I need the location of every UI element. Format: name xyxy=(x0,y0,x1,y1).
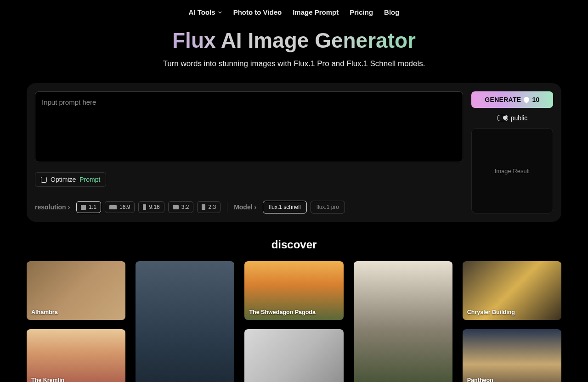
divider xyxy=(227,202,227,212)
chevron-right-icon: › xyxy=(68,203,70,211)
toggle-handle xyxy=(503,116,507,120)
gallery-item[interactable]: The Kremlin xyxy=(27,329,125,382)
model-btn-flux-1-schnell[interactable]: flux.1 schnell xyxy=(263,201,306,213)
gallery-caption: Pantheon xyxy=(467,377,493,382)
resolution-btn-1-1[interactable]: 1:1 xyxy=(76,201,101,213)
controls-row: resolution › 1:116:99:163:22:3 Model › f… xyxy=(35,201,463,213)
ratio-label: 9:16 xyxy=(149,204,159,210)
public-toggle-row: public xyxy=(471,114,553,122)
generator-right: GENERATE 10 public Image Result xyxy=(471,91,553,213)
gallery-image xyxy=(27,329,125,382)
top-nav: AI Tools Photo to Video Image Prompt Pri… xyxy=(0,0,588,24)
ratio-label: 2:3 xyxy=(208,204,216,210)
gallery-item[interactable]: Chrysler Building xyxy=(463,261,561,320)
gallery-col: Chrysler BuildingPantheon xyxy=(463,261,561,382)
resolution-label[interactable]: resolution › xyxy=(35,203,70,211)
prompt-input[interactable] xyxy=(42,98,456,155)
resolution-btn-3-2[interactable]: 3:2 xyxy=(168,201,194,213)
chevron-right-icon: › xyxy=(254,203,257,211)
model-label[interactable]: Model › xyxy=(234,203,256,211)
ratio-icon xyxy=(143,204,146,210)
public-toggle[interactable] xyxy=(497,115,508,121)
page-title: Flux AI Image Generator xyxy=(0,28,588,53)
ratio-label: 1:1 xyxy=(89,204,96,210)
discover-gallery: AlhambraThe Kremlin The Shwedagon Pagoda… xyxy=(27,261,561,382)
gallery-item[interactable]: Pantheon xyxy=(463,329,561,382)
nav-ai-tools[interactable]: AI Tools xyxy=(189,8,222,16)
gallery-caption: Alhambra xyxy=(31,309,58,315)
public-label: public xyxy=(511,114,528,122)
model-btn-flux-1-pro[interactable]: flux.1 pro xyxy=(311,201,345,213)
gallery-col: AlhambraThe Kremlin xyxy=(27,261,125,382)
gallery-col xyxy=(136,261,234,382)
gallery-image xyxy=(244,329,343,382)
gallery-col xyxy=(354,261,452,382)
gallery-caption: The Kremlin xyxy=(31,377,64,382)
credit-icon xyxy=(523,96,531,104)
generate-label: GENERATE xyxy=(485,96,521,103)
generator-panel: Optimize Prompt resolution › 1:116:99:16… xyxy=(27,83,561,222)
gallery-image xyxy=(354,261,452,382)
nav-photo-to-video[interactable]: Photo to Video xyxy=(233,8,282,16)
model-options: flux.1 schnellflux.1 pro xyxy=(263,201,345,213)
generator-left: Optimize Prompt resolution › 1:116:99:16… xyxy=(35,91,463,213)
ratio-label: 16:9 xyxy=(119,204,130,210)
gallery-item[interactable] xyxy=(354,261,452,382)
gallery-image xyxy=(136,261,234,382)
gallery-caption: The Shwedagon Pagoda xyxy=(249,309,315,315)
gallery-item[interactable]: Alhambra xyxy=(27,261,125,320)
resolution-btn-2-3[interactable]: 2:3 xyxy=(197,201,220,213)
resolution-options: 1:116:99:163:22:3 xyxy=(76,201,220,213)
resolution-btn-9-16[interactable]: 9:16 xyxy=(138,201,164,213)
gallery-item[interactable]: The Shwedagon Pagoda xyxy=(244,261,343,320)
nav-image-prompt[interactable]: Image Prompt xyxy=(293,8,339,16)
ratio-label: 3:2 xyxy=(181,204,189,210)
gallery-item[interactable] xyxy=(244,329,343,382)
generate-button[interactable]: GENERATE 10 xyxy=(471,91,553,108)
nav-pricing[interactable]: Pricing xyxy=(350,8,373,16)
optimize-word-2: Prompt xyxy=(79,176,100,183)
ratio-icon xyxy=(109,205,117,209)
gallery-caption: Chrysler Building xyxy=(467,309,515,315)
gallery-col: The Shwedagon Pagoda xyxy=(244,261,343,382)
page-subtitle: Turn words into stunning images with Flu… xyxy=(0,59,588,68)
optimize-row: Optimize Prompt xyxy=(35,172,463,187)
discover-title: discover xyxy=(0,238,588,251)
optimize-prompt-button[interactable]: Optimize Prompt xyxy=(35,172,106,187)
optimize-word-1: Optimize xyxy=(51,176,76,183)
prompt-container xyxy=(35,91,463,162)
gallery-image xyxy=(463,329,561,382)
checkbox-icon xyxy=(41,177,47,183)
chevron-down-icon xyxy=(218,8,222,16)
nav-label: AI Tools xyxy=(189,8,215,16)
generate-credits: 10 xyxy=(532,96,539,103)
gallery-item[interactable] xyxy=(136,261,234,382)
ratio-icon xyxy=(202,204,205,210)
ratio-icon xyxy=(81,205,86,210)
nav-blog[interactable]: Blog xyxy=(384,8,399,16)
image-result-placeholder: Image Result xyxy=(471,128,553,213)
ratio-icon xyxy=(173,205,179,209)
resolution-btn-16-9[interactable]: 16:9 xyxy=(105,201,135,213)
